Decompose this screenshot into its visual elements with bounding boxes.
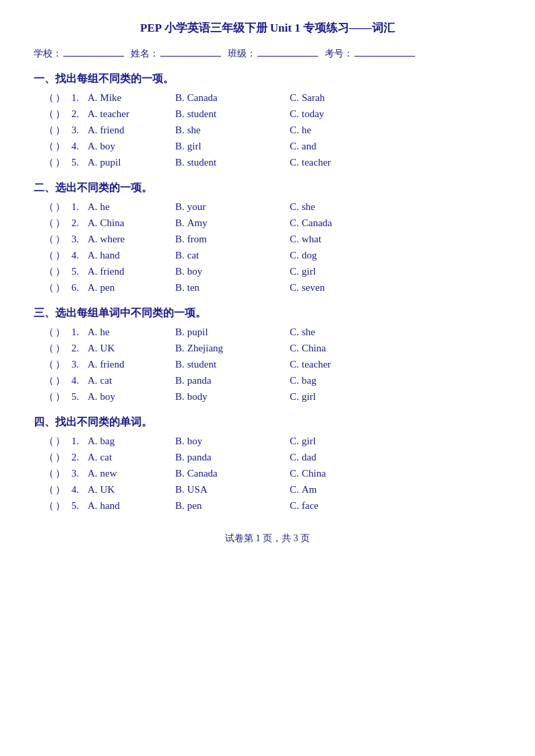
paren-open: （: [34, 483, 54, 496]
section-title-3: 三、选出每组单词中不同类的一项。: [34, 306, 501, 320]
exercise-row: （ ） 3. A.friend B.student C.teacher: [34, 358, 501, 371]
title: PEP 小学英语三年级下册 Unit 1 专项练习——词汇: [34, 20, 501, 36]
option-c: C.China: [290, 343, 371, 354]
option-c: C.what: [290, 234, 371, 245]
option-b: B.Amy: [175, 217, 290, 229]
paren-open: （: [34, 108, 54, 121]
option-c: C.China: [290, 468, 371, 479]
option-a: A.UK: [88, 484, 175, 495]
row-num: 2.: [71, 452, 88, 463]
paren-close: ）: [55, 326, 71, 339]
option-a: A.where: [88, 234, 175, 245]
option-a: A.UK: [88, 343, 175, 354]
option-b: B.student: [175, 359, 290, 370]
paren-open: （: [34, 500, 54, 512]
section-2: 二、选出不同类的一项。 （ ） 1. A.he B.your C.she （ ）…: [34, 181, 501, 294]
exercise-row: （ ） 1. A.bag B.boy C.girl: [34, 435, 501, 448]
option-b: B.panda: [175, 452, 290, 463]
paren-close: ）: [55, 451, 71, 464]
exercise-row: （ ） 3. A.where B.from C.what: [34, 233, 501, 246]
option-b: B.student: [175, 157, 290, 168]
row-num: 2.: [71, 108, 88, 120]
option-c: C.dad: [290, 452, 371, 463]
paren-open: （: [34, 281, 54, 294]
option-a: A.Mike: [88, 92, 175, 104]
option-c: C.teacher: [290, 359, 371, 370]
section-title-4: 四、找出不同类的单词。: [34, 415, 501, 429]
option-a: A.boy: [88, 141, 175, 152]
option-b: B.she: [175, 125, 290, 136]
exam-label: 考号：: [325, 48, 353, 60]
option-c: C.girl: [290, 266, 371, 277]
option-c: C.Sarah: [290, 92, 371, 104]
option-c: C.girl: [290, 436, 371, 447]
exercise-row: （ ） 1. A.he B.your C.she: [34, 201, 501, 213]
paren-open: （: [34, 451, 54, 464]
row-num: 5.: [71, 266, 88, 277]
option-a: A.he: [88, 201, 175, 213]
exercise-row: （ ） 6. A.pen B.ten C.seven: [34, 281, 501, 294]
exercise-row: （ ） 2. A.teacher B.student C.today: [34, 108, 501, 121]
paren-close: ）: [55, 156, 71, 169]
row-num: 4.: [71, 484, 88, 495]
paren-open: （: [34, 374, 54, 387]
option-a: A.cat: [88, 452, 175, 463]
row-num: 5.: [71, 157, 88, 168]
paren-open: （: [34, 435, 54, 448]
paren-open: （: [34, 326, 54, 339]
option-a: A.new: [88, 468, 175, 479]
option-c: C.today: [290, 108, 371, 120]
exercise-row: （ ） 4. A.UK B.USA C.Am: [34, 483, 501, 496]
exercise-row: （ ） 4. A.boy B.girl C.and: [34, 140, 501, 153]
exercise-row: （ ） 5. A.friend B.boy C.girl: [34, 265, 501, 278]
name-label: 姓名：: [131, 48, 159, 60]
paren-close: ）: [55, 265, 71, 278]
paren-close: ）: [55, 108, 71, 121]
option-b: B.pen: [175, 500, 290, 512]
option-b: B.USA: [175, 484, 290, 495]
exercise-row: （ ） 4. A.hand B.cat C.dog: [34, 249, 501, 262]
row-num: 4.: [71, 141, 88, 152]
paren-close: ）: [55, 217, 71, 230]
exercise-row: （ ） 3. A.friend B.she C.he: [34, 124, 501, 137]
option-a: A.hand: [88, 500, 175, 512]
option-a: A.boy: [88, 391, 175, 403]
option-a: A.pen: [88, 282, 175, 294]
option-c: C.she: [290, 327, 371, 338]
option-b: B.Canada: [175, 92, 290, 104]
option-b: B.student: [175, 108, 290, 120]
option-c: C.seven: [290, 282, 371, 294]
exercise-row: （ ） 4. A.cat B.panda C.bag: [34, 374, 501, 387]
option-b: B.boy: [175, 436, 290, 447]
exercise-row: （ ） 2. A.China B.Amy C.Canada: [34, 217, 501, 230]
option-b: B.boy: [175, 266, 290, 277]
row-num: 6.: [71, 282, 88, 294]
option-a: A.friend: [88, 359, 175, 370]
option-c: C.he: [290, 125, 371, 136]
option-c: C.Canada: [290, 217, 371, 229]
exercise-row: （ ） 5. A.hand B.pen C.face: [34, 500, 501, 512]
paren-open: （: [34, 92, 54, 104]
paren-close: ）: [55, 500, 71, 512]
paren-open: （: [34, 156, 54, 169]
row-num: 1.: [71, 436, 88, 447]
paren-close: ）: [55, 281, 71, 294]
row-num: 4.: [71, 250, 88, 261]
paren-close: ）: [55, 140, 71, 153]
exercise-row: （ ） 5. A.pupil B.student C.teacher: [34, 156, 501, 169]
option-c: C.face: [290, 500, 371, 512]
paren-open: （: [34, 140, 54, 153]
option-a: A.friend: [88, 266, 175, 277]
paren-close: ）: [55, 201, 71, 213]
paren-close: ）: [55, 390, 71, 403]
paren-close: ）: [55, 435, 71, 448]
paren-close: ）: [55, 233, 71, 246]
paren-close: ）: [55, 92, 71, 104]
option-c: C.bag: [290, 375, 371, 386]
row-num: 1.: [71, 201, 88, 213]
paren-open: （: [34, 342, 54, 355]
footer: 试卷第 1 页，共 3 页: [34, 532, 501, 545]
option-a: A.friend: [88, 125, 175, 136]
paren-open: （: [34, 233, 54, 246]
option-a: A.hand: [88, 250, 175, 261]
